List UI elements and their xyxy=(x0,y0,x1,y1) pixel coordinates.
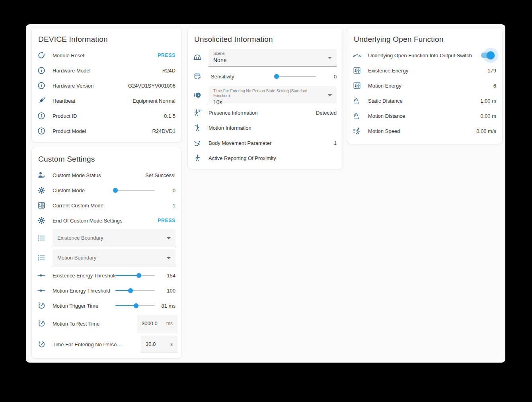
info-output-toggle[interactable] xyxy=(480,48,496,63)
clock-dots-icon xyxy=(193,90,202,100)
input-value: 30.0 xyxy=(146,341,156,347)
existence-boundary-select-row: Existence Boundary xyxy=(32,228,181,248)
timer-icon xyxy=(37,340,46,349)
info-icon xyxy=(37,126,46,136)
select-label: Existence Boundary xyxy=(57,235,103,241)
page-title-device-information: DEVICE Information xyxy=(32,27,181,48)
chevron-down-icon xyxy=(167,237,171,239)
row-motion-speed: Motion Speed 0.00 m/s xyxy=(347,123,502,139)
presence-sensor-icon xyxy=(193,108,202,117)
row-label: Existence Energy Threshold xyxy=(53,273,115,279)
row-label: Underlying Open Function Info Output Swi… xyxy=(368,53,477,59)
select-label: Motion Boundary xyxy=(57,255,96,261)
row-motion-distance: Motion Distance 0.00 m xyxy=(347,108,502,123)
slider-track[interactable] xyxy=(277,76,316,77)
existence-energy-threshold-slider[interactable] xyxy=(115,273,155,278)
toggle-thumb[interactable] xyxy=(487,51,495,59)
row-value: 1 xyxy=(334,140,337,146)
row-current-custom-mode: Current Custom Mode 1 xyxy=(32,198,181,213)
row-heartbeat: Heartbeat Equipment Normal xyxy=(32,93,181,108)
row-value: R24D xyxy=(162,68,175,74)
electric-switch-icon xyxy=(352,51,362,60)
threshold-value: 100 xyxy=(158,288,175,294)
row-label: Motion Trigger Time xyxy=(53,303,115,309)
row-value: 0.00 m xyxy=(480,113,496,119)
row-existence-energy: Existence Energy 179 xyxy=(347,63,502,78)
motion-energy-threshold-slider[interactable] xyxy=(115,288,155,293)
info-icon xyxy=(37,66,46,75)
row-value: 1.00 m xyxy=(480,98,496,104)
row-label: End Of Custom Mode Settings xyxy=(53,218,158,224)
slider-fill xyxy=(115,275,139,276)
timer-icon xyxy=(37,319,46,328)
custom-mode-slider[interactable] xyxy=(115,187,155,193)
slider-threshold-icon xyxy=(37,286,46,295)
row-value: 1 xyxy=(173,203,175,209)
row-value: R24DVD1 xyxy=(152,128,175,134)
row-product-id: Product ID 0.1.5 xyxy=(32,108,181,123)
module-reset-press-button[interactable]: PRESS xyxy=(158,53,175,58)
slider-thumb[interactable] xyxy=(274,74,279,79)
signal-distance-icon xyxy=(352,96,362,105)
motion-energy-threshold-slider-row: Motion Energy Threshold 100 xyxy=(32,283,181,298)
row-value: 0.00 m/s xyxy=(476,128,496,134)
existence-energy-threshold-slider-row: Existence Energy Threshold 154 xyxy=(32,268,181,283)
row-label: Motion To Rest Time xyxy=(53,321,137,327)
restart-alert-icon xyxy=(37,51,46,60)
row-label: Motion Energy Threshold xyxy=(53,288,115,294)
no-person-time-input[interactable]: 30.0 s xyxy=(141,336,177,353)
no-person-time-select[interactable]: Time For Entering No Person State Settin… xyxy=(209,86,337,104)
row-hardware-model: Hardware Model R24D xyxy=(32,63,181,78)
walking-person-icon xyxy=(193,153,202,163)
row-label: Current Custom Mode xyxy=(53,203,173,209)
slider-thumb[interactable] xyxy=(134,303,138,308)
row-info-output-switch: Underlying Open Function Info Output Swi… xyxy=(347,48,502,63)
row-product-model: Product Model R24DVD1 xyxy=(32,123,181,139)
row-hardware-version: Hardware Version G24VD1SYV001006 xyxy=(32,78,181,93)
custom-settings-card: Custom Settings Custom Mode Status Set S… xyxy=(31,147,182,359)
scene-dome-icon xyxy=(193,53,202,62)
row-value: 179 xyxy=(487,68,496,74)
select-value: 10s xyxy=(213,99,323,105)
run-fast-icon xyxy=(352,126,362,136)
select-label: Time For Entering No Person State Settin… xyxy=(213,89,323,98)
trigger-time-value: 81 ms xyxy=(158,303,175,309)
row-label: Module Reset xyxy=(53,53,158,59)
motion-boundary-select[interactable]: Motion Boundary xyxy=(53,249,175,267)
existence-boundary-select[interactable]: Existence Boundary xyxy=(53,229,175,247)
select-value: None xyxy=(213,57,323,63)
body-movement-icon xyxy=(193,138,202,148)
motion-to-rest-time-input[interactable]: 3000.0 ms xyxy=(137,315,177,332)
row-label: Time For Entering No Perso… xyxy=(53,342,137,347)
signal-distance-icon xyxy=(352,111,362,121)
no-person-time-select-row: Time For Entering No Person State Settin… xyxy=(188,85,343,105)
row-label: Heartbeat xyxy=(53,98,133,104)
no-person-time-input-row: Time For Entering No Perso… 30.0 s xyxy=(32,334,181,355)
waving-person-icon xyxy=(193,123,202,133)
row-module-reset: Module Reset PRESS xyxy=(32,48,181,63)
sensitivity-slider[interactable] xyxy=(277,74,316,79)
slider-thumb[interactable] xyxy=(136,273,141,278)
row-presence-information: Presence Information Detected xyxy=(188,105,343,120)
page-title-underlying-open-function: Underlying Open Function xyxy=(347,27,502,48)
row-label: Body Movement Parameter xyxy=(209,140,334,146)
row-value: G24VD1SYV001006 xyxy=(128,83,175,89)
scene-select[interactable]: Scene None xyxy=(209,49,337,67)
select-label: Scene xyxy=(213,51,323,56)
motion-trigger-time-slider[interactable] xyxy=(115,303,155,308)
app-panel: DEVICE Information Module Reset PRESS Ha… xyxy=(26,24,505,363)
sensitivity-check-icon xyxy=(193,72,202,81)
slider-thumb[interactable] xyxy=(113,188,118,193)
input-value: 3000.0 xyxy=(142,320,158,326)
slider-thumb[interactable] xyxy=(128,288,133,293)
threshold-value: 154 xyxy=(158,273,175,279)
row-label: Presence Information xyxy=(209,110,316,116)
numeric-123-icon xyxy=(37,201,46,210)
chevron-down-icon xyxy=(167,257,171,259)
slider-track[interactable] xyxy=(115,190,155,191)
numeric-123-icon xyxy=(352,81,362,90)
end-custom-mode-press-button[interactable]: PRESS xyxy=(158,218,175,223)
motion-to-rest-time-row: Motion To Rest Time 3000.0 ms xyxy=(32,313,181,334)
row-label: Custom Mode xyxy=(53,187,115,193)
info-icon xyxy=(37,81,46,90)
